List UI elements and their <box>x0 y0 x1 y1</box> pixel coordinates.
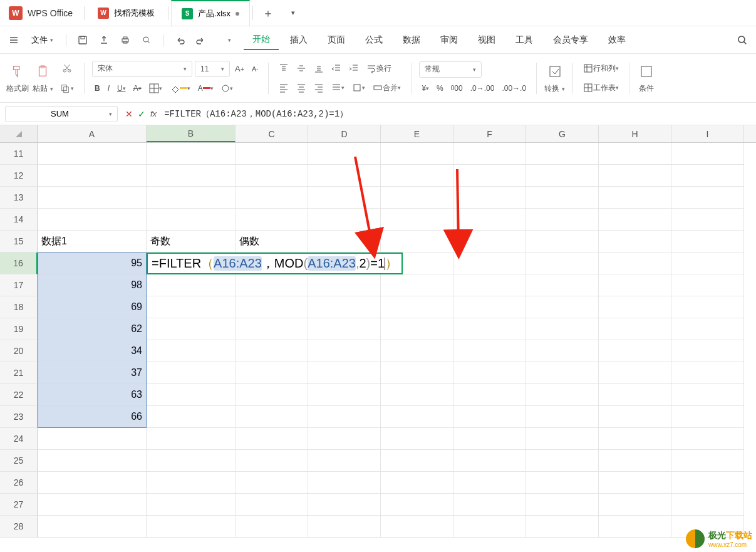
cell-D18[interactable] <box>308 296 381 318</box>
ribbon-tab-view[interactable]: 视图 <box>469 31 504 49</box>
fill-color-button[interactable]: ▾ <box>167 81 193 96</box>
merge-button[interactable]: 合并▾ <box>370 80 403 96</box>
formula-input[interactable] <box>164 109 751 119</box>
row-header-13[interactable]: 13 <box>0 187 38 209</box>
row-header-21[interactable]: 21 <box>0 362 38 384</box>
row-header-18[interactable]: 18 <box>0 296 38 318</box>
cell-F27[interactable] <box>453 494 526 516</box>
cell-G26[interactable] <box>526 472 599 494</box>
cell-E23[interactable] <box>381 406 453 428</box>
cell-C28[interactable] <box>236 516 308 538</box>
cell-E14[interactable] <box>381 209 453 231</box>
ribbon-tab-efficiency[interactable]: 效率 <box>599 31 634 49</box>
align-center-icon[interactable] <box>294 80 309 95</box>
tab-menu-chevron-icon[interactable]: ▾ <box>281 9 306 17</box>
select-all-corner[interactable] <box>0 125 38 142</box>
ribbon-tab-tools[interactable]: 工具 <box>507 31 542 49</box>
undo-icon[interactable] <box>171 31 189 49</box>
name-box[interactable]: SUM ▾ <box>5 106 118 122</box>
add-tab-button[interactable]: ＋ <box>256 6 281 21</box>
cell-B13[interactable] <box>147 187 236 209</box>
cell-A11[interactable] <box>38 143 147 165</box>
row-header-20[interactable]: 20 <box>0 340 38 362</box>
cell-B19[interactable] <box>147 318 236 340</box>
row-header-15[interactable]: 15 <box>0 231 38 253</box>
cell-G23[interactable] <box>526 406 599 428</box>
cell-F21[interactable] <box>453 362 526 384</box>
cell-D20[interactable] <box>308 340 381 362</box>
cell-B18[interactable] <box>147 296 236 318</box>
cancel-formula-icon[interactable]: ✕ <box>125 109 133 119</box>
cell-B22[interactable] <box>147 384 236 406</box>
cell-B15[interactable]: 奇数 <box>147 231 236 253</box>
bold-button[interactable]: B <box>92 81 103 95</box>
name-box-chevron-icon[interactable]: ▾ <box>109 111 112 117</box>
row-header-16[interactable]: 16 <box>0 253 38 274</box>
cell-I14[interactable] <box>671 209 744 231</box>
cell-E27[interactable] <box>381 494 453 516</box>
cell-F16[interactable] <box>453 253 526 274</box>
column-header-D[interactable]: D <box>308 125 381 142</box>
ribbon-tab-review[interactable]: 审阅 <box>432 31 467 49</box>
highlight-button[interactable]: ▾ <box>219 81 236 95</box>
increase-font-icon[interactable]: A+ <box>232 61 247 76</box>
cell-H23[interactable] <box>599 406 671 428</box>
cell-E12[interactable] <box>381 165 453 187</box>
ribbon-tab-formula[interactable]: 公式 <box>356 31 391 49</box>
cell-I24[interactable] <box>671 428 744 450</box>
cell-A14[interactable] <box>38 209 147 231</box>
hamburger-icon[interactable] <box>5 31 23 49</box>
cell-B14[interactable] <box>147 209 236 231</box>
tab-active-document[interactable]: S 产品.xlsx <box>171 0 250 26</box>
cell-F24[interactable] <box>453 428 526 450</box>
cell-H13[interactable] <box>599 187 671 209</box>
cell-A17[interactable]: 98 <box>38 274 147 296</box>
increase-decimal-icon[interactable]: .0→.00 <box>468 81 497 95</box>
italic-button[interactable]: I <box>105 81 112 95</box>
cell-A22[interactable]: 63 <box>38 384 147 406</box>
ribbon-tab-home[interactable]: 开始 <box>244 30 279 50</box>
cell-H14[interactable] <box>599 209 671 231</box>
cell-B24[interactable] <box>147 428 236 450</box>
cell-H22[interactable] <box>599 384 671 406</box>
cell-C13[interactable] <box>236 187 308 209</box>
cell-H24[interactable] <box>599 428 671 450</box>
cell-C20[interactable] <box>236 340 308 362</box>
paste-icon[interactable] <box>34 62 53 81</box>
cell-B20[interactable] <box>147 340 236 362</box>
transform-icon[interactable] <box>546 62 564 81</box>
strikethrough-button[interactable]: A▾ <box>131 81 144 95</box>
cell-D14[interactable] <box>308 209 381 231</box>
export-icon[interactable] <box>95 31 113 49</box>
cell-B25[interactable] <box>147 450 236 472</box>
cell-I15[interactable] <box>671 231 744 253</box>
cell-F25[interactable] <box>453 450 526 472</box>
cell-F17[interactable] <box>453 274 526 296</box>
cell-G12[interactable] <box>526 165 599 187</box>
cell-E11[interactable] <box>381 143 453 165</box>
cell-D25[interactable] <box>308 450 381 472</box>
cell-B26[interactable] <box>147 472 236 494</box>
cell-C14[interactable] <box>236 209 308 231</box>
cell-F13[interactable] <box>453 187 526 209</box>
cell-E17[interactable] <box>381 274 453 296</box>
row-header-25[interactable]: 25 <box>0 450 38 472</box>
cell-D26[interactable] <box>308 472 381 494</box>
cell-A24[interactable] <box>38 428 147 450</box>
cell-C11[interactable] <box>236 143 308 165</box>
column-header-B[interactable]: B <box>147 125 236 142</box>
cell-C23[interactable] <box>236 406 308 428</box>
print-icon[interactable] <box>117 31 134 49</box>
cut-icon[interactable] <box>57 60 76 76</box>
cell-E20[interactable] <box>381 340 453 362</box>
cell-B17[interactable] <box>147 274 236 296</box>
ribbon-tab-insert[interactable]: 插入 <box>281 31 316 49</box>
cell-F28[interactable] <box>453 516 526 538</box>
cell-I25[interactable] <box>671 450 744 472</box>
cell-F19[interactable] <box>453 318 526 340</box>
cell-C24[interactable] <box>236 428 308 450</box>
cell-I13[interactable] <box>671 187 744 209</box>
cell-I27[interactable] <box>671 494 744 516</box>
cell-F22[interactable] <box>453 384 526 406</box>
align-bottom-icon[interactable] <box>311 61 326 76</box>
